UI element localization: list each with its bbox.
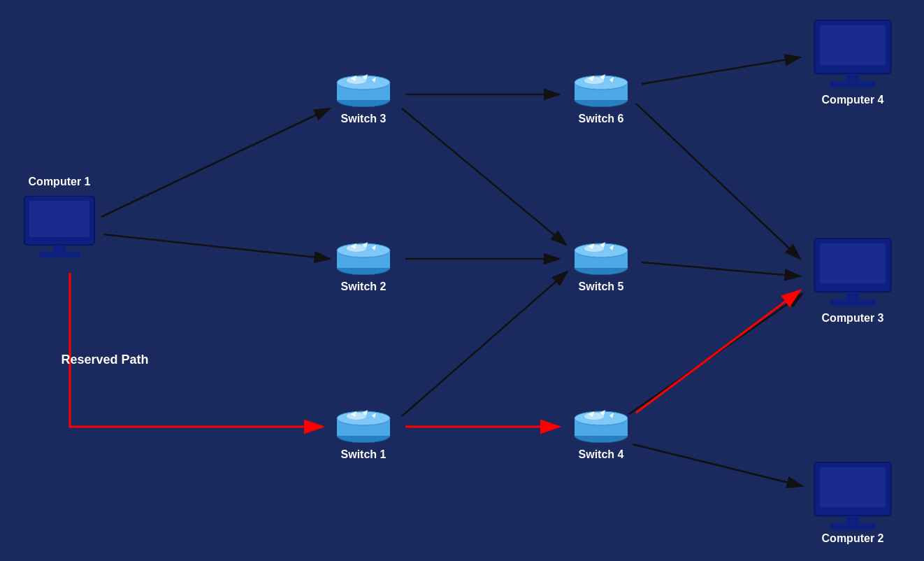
switch5-label: Switch 5 [579,280,624,292]
reserved-path-label: Reserved Path [61,353,148,367]
arrow-red-sw4-c3 [636,290,800,413]
computer1-icon [24,196,94,257]
switch4-label: Switch 4 [579,448,624,460]
switch1-label: Switch 1 [341,448,387,460]
arrow-sw4-c2 [633,444,802,486]
switch2-label: Switch 2 [341,280,387,292]
arrow-c1-sw3 [101,108,330,217]
switch1-icon [337,410,390,443]
computer2-label: Computer 2 [822,532,884,544]
computer4-label: Computer 4 [822,94,884,106]
arrow-sw1-sw5-black [402,271,568,416]
arrow-sw5-c3 [642,262,800,276]
arrow-red-c1-sw1 [70,273,323,427]
computer3-label: Computer 3 [822,312,884,324]
computer3-icon [814,239,890,306]
switch5-icon [575,242,628,275]
arrow-c1-sw2 [103,234,330,259]
computer4-icon [814,20,890,87]
switch6-label: Switch 6 [579,113,624,125]
switch3-label: Switch 3 [341,113,387,125]
computer2-icon [814,462,890,530]
network-diagram: Switch 3 Switch 6 Switch 2 Switch 5 Swit… [0,0,924,561]
computer1-label: Computer 1 [29,176,91,187]
switch6-icon [575,74,628,107]
switch4-icon [575,410,628,443]
switch2-icon [337,242,390,275]
arrow-sw6-c4 [642,57,800,84]
switch3-icon [337,74,390,107]
arrow-sw3-sw5 [402,108,566,245]
arrow-sw6-c3 [636,104,800,259]
